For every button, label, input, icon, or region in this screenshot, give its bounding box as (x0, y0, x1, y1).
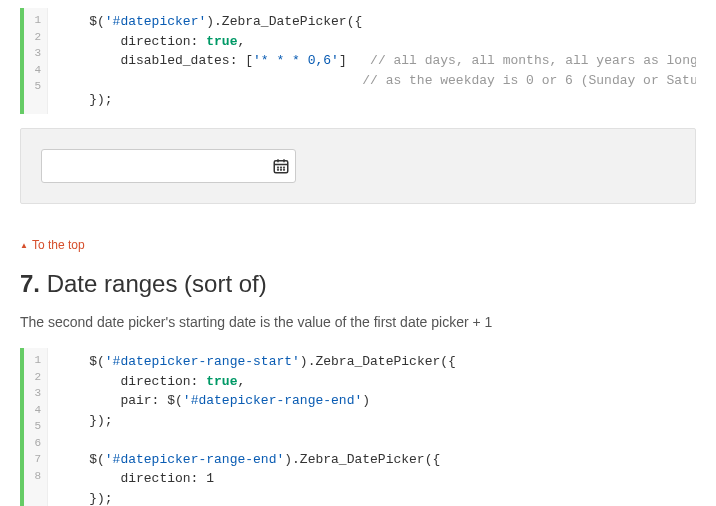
section-description: The second date picker's starting date i… (20, 314, 696, 330)
svg-point-9 (284, 169, 285, 170)
section-heading: 7. Date ranges (sort of) (20, 270, 696, 298)
line-gutter: 12345678 (24, 348, 48, 506)
triangle-up-icon: ▲ (20, 241, 28, 250)
calendar-icon[interactable] (272, 157, 290, 175)
svg-point-6 (284, 167, 285, 168)
code-content: $('#datepicker-range-start').Zebra_DateP… (48, 348, 696, 506)
demo-box (20, 128, 696, 204)
code-block-2: 12345678 $('#datepicker-range-start').Ze… (20, 348, 696, 506)
to-top-link[interactable]: ▲To the top (20, 238, 85, 252)
svg-point-7 (278, 169, 279, 170)
line-gutter: 12345 (24, 8, 48, 114)
svg-point-8 (281, 169, 282, 170)
datepicker-input[interactable] (41, 149, 296, 183)
datepicker-wrapper (41, 149, 296, 183)
svg-point-5 (281, 167, 282, 168)
code-block-1: 12345 $('#datepicker').Zebra_DatePicker(… (20, 8, 696, 114)
code-content: $('#datepicker').Zebra_DatePicker({ dire… (48, 8, 696, 114)
svg-point-4 (278, 167, 279, 168)
